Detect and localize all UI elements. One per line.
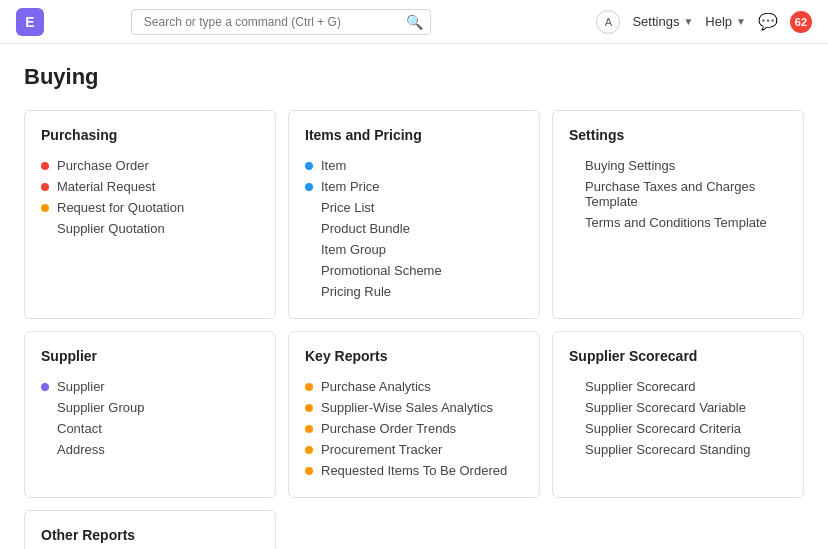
list-item[interactable]: Material Request — [41, 176, 259, 197]
page-title: Buying — [24, 64, 804, 90]
list-item[interactable]: Procurement Tracker — [305, 439, 523, 460]
placeholder-icon — [569, 446, 577, 454]
list-item[interactable]: Terms and Conditions Template — [569, 212, 787, 233]
placeholder-icon — [569, 383, 577, 391]
top-cards-grid: Purchasing Purchase Order Material Reque… — [24, 110, 804, 319]
other-reports-title: Other Reports — [41, 527, 259, 543]
list-item[interactable]: Supplier — [41, 376, 259, 397]
placeholder-icon — [41, 225, 49, 233]
placeholder-icon — [305, 204, 313, 212]
blue-dot-icon — [305, 162, 313, 170]
list-item[interactable]: Product Bundle — [305, 218, 523, 239]
list-item[interactable]: Request for Quotation — [41, 197, 259, 218]
list-item[interactable]: Item — [305, 155, 523, 176]
avatar[interactable]: A — [596, 10, 620, 34]
list-item[interactable]: Supplier Quotation — [41, 218, 259, 239]
list-item[interactable]: Promotional Scheme — [305, 260, 523, 281]
supplier-card: Supplier Supplier Supplier Group Contact… — [24, 331, 276, 498]
list-item[interactable]: Item Group — [305, 239, 523, 260]
settings-card: Settings Buying Settings Purchase Taxes … — [552, 110, 804, 319]
search-bar: 🔍 — [131, 9, 431, 35]
placeholder-icon — [305, 225, 313, 233]
red-dot-icon — [41, 183, 49, 191]
purchasing-title: Purchasing — [41, 127, 259, 143]
empty-card-2 — [288, 510, 540, 549]
orange-dot-icon — [41, 204, 49, 212]
list-item[interactable]: Purchase Order — [41, 155, 259, 176]
orange-dot-icon — [305, 404, 313, 412]
placeholder-icon — [305, 246, 313, 254]
placeholder-icon — [41, 404, 49, 412]
list-item[interactable]: Supplier-Wise Sales Analytics — [305, 397, 523, 418]
orange-dot-icon — [305, 425, 313, 433]
notification-badge[interactable]: 62 — [790, 11, 812, 33]
app-logo[interactable]: E — [16, 8, 44, 36]
placeholder-icon — [305, 288, 313, 296]
bottom-cards-grid: Other Reports Items To Be Requested Item… — [24, 510, 804, 549]
settings-title: Settings — [569, 127, 787, 143]
orange-dot-icon — [305, 446, 313, 454]
page-content: Buying Purchasing Purchase Order Materia… — [0, 44, 828, 549]
placeholder-icon — [41, 446, 49, 454]
settings-chevron-icon: ▼ — [683, 16, 693, 27]
navbar: E 🔍 A Settings ▼ Help ▼ 💬 62 — [0, 0, 828, 44]
placeholder-icon — [569, 404, 577, 412]
list-item[interactable]: Purchase Order Trends — [305, 418, 523, 439]
list-item[interactable]: Item Price — [305, 176, 523, 197]
red-dot-icon — [41, 162, 49, 170]
items-pricing-title: Items and Pricing — [305, 127, 523, 143]
settings-button[interactable]: Settings ▼ — [632, 14, 693, 29]
list-item[interactable]: Contact — [41, 418, 259, 439]
supplier-scorecard-card: Supplier Scorecard Supplier Scorecard Su… — [552, 331, 804, 498]
list-item[interactable]: Price List — [305, 197, 523, 218]
list-item[interactable]: Requested Items To Be Ordered — [305, 460, 523, 481]
key-reports-title: Key Reports — [305, 348, 523, 364]
purple-dot-icon — [41, 383, 49, 391]
list-item[interactable]: Supplier Scorecard Criteria — [569, 418, 787, 439]
navbar-right: A Settings ▼ Help ▼ 💬 62 — [596, 10, 812, 34]
placeholder-icon — [569, 190, 577, 198]
key-reports-card: Key Reports Purchase Analytics Supplier-… — [288, 331, 540, 498]
middle-cards-grid: Supplier Supplier Supplier Group Contact… — [24, 331, 804, 498]
orange-dot-icon — [305, 467, 313, 475]
placeholder-icon — [569, 162, 577, 170]
empty-card-3 — [552, 510, 804, 549]
list-item[interactable]: Supplier Scorecard Standing — [569, 439, 787, 460]
search-icon: 🔍 — [406, 14, 423, 30]
list-item[interactable]: Address — [41, 439, 259, 460]
notification-icon[interactable]: 💬 — [758, 12, 778, 31]
items-pricing-card: Items and Pricing Item Item Price Price … — [288, 110, 540, 319]
orange-dot-icon — [305, 383, 313, 391]
search-input[interactable] — [131, 9, 431, 35]
list-item[interactable]: Buying Settings — [569, 155, 787, 176]
other-reports-card: Other Reports Items To Be Requested Item… — [24, 510, 276, 549]
list-item[interactable]: Supplier Scorecard — [569, 376, 787, 397]
help-chevron-icon: ▼ — [736, 16, 746, 27]
purchasing-card: Purchasing Purchase Order Material Reque… — [24, 110, 276, 319]
list-item[interactable]: Supplier Scorecard Variable — [569, 397, 787, 418]
help-button[interactable]: Help ▼ — [705, 14, 746, 29]
supplier-title: Supplier — [41, 348, 259, 364]
placeholder-icon — [569, 425, 577, 433]
placeholder-icon — [569, 219, 577, 227]
placeholder-icon — [305, 267, 313, 275]
list-item[interactable]: Purchase Analytics — [305, 376, 523, 397]
list-item[interactable]: Pricing Rule — [305, 281, 523, 302]
list-item[interactable]: Supplier Group — [41, 397, 259, 418]
list-item[interactable]: Purchase Taxes and Charges Template — [569, 176, 787, 212]
supplier-scorecard-title: Supplier Scorecard — [569, 348, 787, 364]
blue-dot-icon — [305, 183, 313, 191]
placeholder-icon — [41, 425, 49, 433]
